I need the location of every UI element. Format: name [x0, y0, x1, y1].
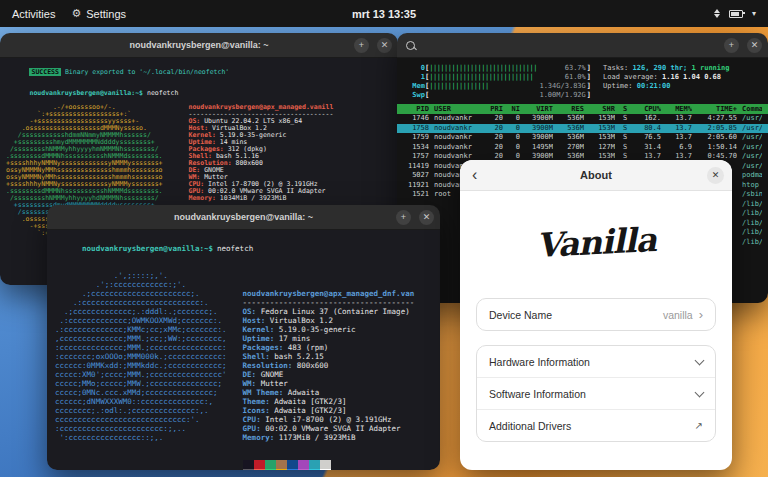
- about-row-additional-drivers[interactable]: Additional Drivers↗: [477, 409, 715, 441]
- ascii-art-line: :cccccccccccccc;MMM.;cccccccccccccccc:: [55, 343, 227, 352]
- cell-pid: 1534: [403, 143, 429, 153]
- close-button[interactable]: ✕: [747, 38, 762, 53]
- palette-swatch: [287, 460, 298, 469]
- about-row-icon-wrap: ↗: [695, 420, 703, 431]
- about-header[interactable]: ‹ About ✕: [460, 160, 732, 191]
- cell-user: noudvankr: [434, 133, 482, 143]
- info-key: Icons:: [243, 406, 270, 415]
- window-title: noudvankruysbergen@vanilla: ~: [174, 212, 313, 222]
- about-row-software-information[interactable]: Software Information: [477, 377, 715, 409]
- neofetch-info-line: Shell: bash 5.2.15: [243, 352, 415, 361]
- new-tab-button[interactable]: +: [724, 38, 739, 53]
- cell-pid: 1757: [403, 152, 429, 162]
- column-header-s[interactable]: S: [620, 104, 630, 114]
- back-button[interactable]: ‹: [472, 167, 477, 183]
- meter-close-bracket: ]: [587, 91, 591, 100]
- neofetch-info-line: CPU: Intel i7-8700 (2) @ 3.191GHz: [243, 415, 415, 424]
- cpu0-meter: 0[|||||||||||||||||||||||||||||63.7%]: [403, 64, 591, 73]
- close-button[interactable]: ✕: [419, 210, 434, 225]
- about-dialog: ‹ About ✕ Vanilla Device Name vanilla › …: [460, 160, 732, 470]
- info-card: Hardware InformationSoftware Information…: [476, 345, 716, 442]
- cell-cpu: 31.4: [635, 143, 661, 153]
- column-header-cpu[interactable]: CPU%: [635, 104, 661, 114]
- cell-virt: 3900M: [525, 114, 553, 124]
- column-header-time[interactable]: TIME+: [697, 104, 737, 114]
- ascii-art-line: ccccc;MMo;ccccc;MMW.;ccccccccccccccc;: [55, 379, 227, 388]
- ascii-art-line: .;cccccccccccccccccccccc;.: [55, 289, 227, 298]
- clock[interactable]: mrt 13 13:35: [352, 8, 416, 20]
- process-row[interactable]: 1534noudvankr2001495M270M127MS31.46.91:5…: [397, 143, 768, 153]
- close-button[interactable]: ✕: [377, 38, 392, 53]
- terminal2-content[interactable]: noudvankruysbergen@vanilla:~$neofetch .'…: [47, 230, 440, 470]
- neofetch-info-line: Packages: 483 (rpm): [243, 343, 415, 352]
- focused-app-indicator[interactable]: ⚙ Settings: [71, 7, 126, 20]
- cell-mem: 13.7: [666, 133, 692, 143]
- meter-fill: ||||||||||||||||: [429, 82, 488, 91]
- info-key: Resolution:: [243, 361, 293, 370]
- column-header-pid[interactable]: PID: [403, 104, 429, 114]
- vanilla-logo: Vanilla: [475, 217, 717, 269]
- battery-icon: [729, 10, 743, 18]
- terminal1-titlebar[interactable]: noudvankruysbergen@vanilla: ~ + ✕: [0, 33, 398, 58]
- cell-cmd: /usr/bin: [742, 152, 762, 162]
- info-key: Kernel:: [243, 325, 275, 334]
- terminal2-titlebar[interactable]: noudvankruysbergen@vanilla: ~ + ✕: [47, 205, 440, 230]
- activities-button[interactable]: Activities: [12, 8, 55, 20]
- palette-swatch: [309, 469, 320, 470]
- cell-s: S: [620, 143, 630, 153]
- process-row[interactable]: 1759noudvankr2003900M536M153MS76.513.72:…: [397, 133, 768, 143]
- new-tab-button[interactable]: +: [354, 38, 369, 53]
- info-value: Intel i7-8700 (2) @ 3.191GHz: [261, 415, 392, 424]
- terminal-window-fedora: noudvankruysbergen@vanilla: ~ + ✕ noudva…: [47, 205, 440, 470]
- info-key: CPU:: [243, 415, 261, 424]
- cell-time: 1:50.14: [697, 143, 737, 153]
- cell-ni: 0: [508, 133, 520, 143]
- column-header-ni[interactable]: NI: [508, 104, 520, 114]
- process-row[interactable]: 1758noudvankr2003900M536M153MS80.413.72:…: [397, 124, 768, 134]
- cell-pri: 20: [487, 114, 503, 124]
- column-header-pri[interactable]: PRI: [487, 104, 503, 114]
- about-row-hardware-information[interactable]: Hardware Information: [477, 346, 715, 377]
- about-row-label: Software Information: [489, 388, 586, 400]
- ascii-art-line: .:ccccccccccccc;KMMc;cc;xMMc;ccccccc:.: [55, 325, 227, 334]
- meter-value: 61.0%: [565, 73, 586, 82]
- ascii-art-line: ccccc;0MNc.ccc.xMMd;ccccccccccccccc;: [55, 388, 227, 397]
- htop-titlebar[interactable]: + ✕: [397, 33, 768, 58]
- chevron-down-icon: ▾: [752, 9, 756, 18]
- column-header-user[interactable]: USER: [434, 104, 482, 114]
- cell-cpu: 80.4: [635, 124, 661, 134]
- meter-label: 0: [403, 64, 425, 73]
- column-header-mem[interactable]: MEM%: [666, 104, 692, 114]
- info-key: OS:: [243, 307, 257, 316]
- cell-cmd: podman r: [742, 171, 762, 181]
- column-header-shr[interactable]: SHR: [589, 104, 615, 114]
- search-icon[interactable]: [406, 33, 415, 57]
- cell-ni: 0: [508, 114, 520, 124]
- palette-swatch: [298, 460, 309, 469]
- cell-s: S: [620, 133, 630, 143]
- info-value: Adwaita: [283, 388, 319, 397]
- new-tab-button[interactable]: +: [396, 210, 411, 225]
- system-tray[interactable]: ▾: [714, 9, 756, 18]
- cell-s: S: [620, 124, 630, 134]
- device-name-row[interactable]: Device Name vanilla ›: [477, 299, 715, 330]
- column-header-res[interactable]: RES: [558, 104, 584, 114]
- info-value: 5.19.0-35-generic: [274, 325, 355, 334]
- cell-cmd: /lib/sys: [742, 228, 762, 238]
- chevron-down-icon: [695, 355, 705, 365]
- dialog-title: About: [580, 169, 612, 181]
- cell-cmd: /lib/sys: [742, 200, 762, 210]
- cell-virt: 3900M: [525, 124, 553, 134]
- column-header-virt[interactable]: VIRT: [525, 104, 553, 114]
- cell-res: 536M: [558, 114, 584, 124]
- info-value: 00:02.0 VMware SVGA II Adapter: [261, 424, 401, 433]
- neofetch-info-line: OS: Fedora Linux 37 (Container Image): [243, 307, 415, 316]
- cell-ni: 0: [508, 143, 520, 153]
- close-button[interactable]: ✕: [707, 167, 724, 184]
- cell-res: 270M: [558, 143, 584, 153]
- neofetch-divider: --------------------------------------: [243, 298, 415, 307]
- uptime-value: 00:21:00: [637, 82, 671, 90]
- column-header-cmd[interactable]: Command: [742, 104, 762, 114]
- process-row[interactable]: 1746noudvankr2003900M536M153MS162.13.74:…: [397, 114, 768, 124]
- palette-swatch: [320, 460, 331, 469]
